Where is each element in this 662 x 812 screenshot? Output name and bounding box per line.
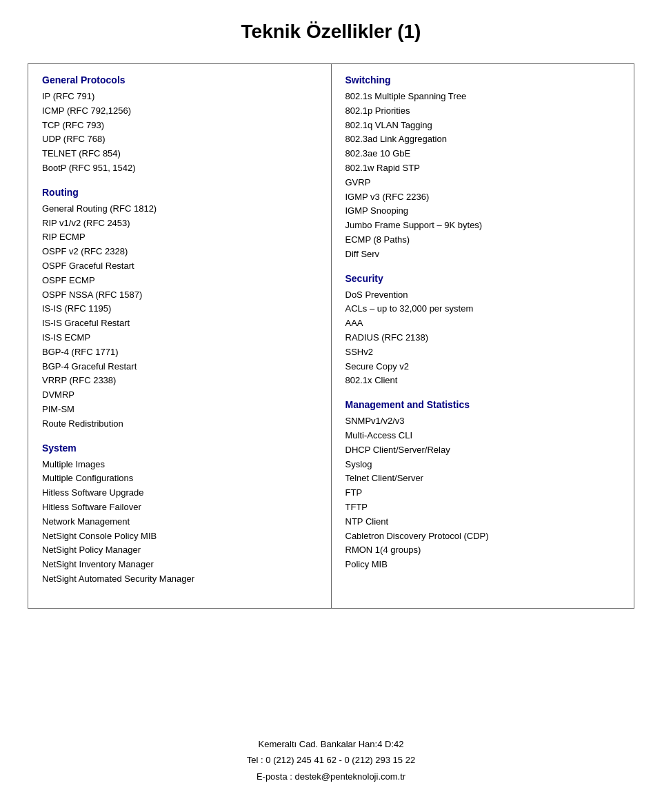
list-item: Multi-Access CLI [345, 429, 621, 443]
switching-section: Switching 802.1s Multiple Spanning Tree … [345, 74, 621, 262]
list-item: RIP ECMP [42, 230, 317, 245]
list-item: VRRP (RFC 2338) [42, 374, 317, 388]
list-item: ECMP (8 Paths) [345, 233, 621, 247]
list-item: DVMRP [42, 388, 317, 403]
footer-line2: Tel : 0 (212) 245 41 62 - 0 (212) 293 15… [247, 752, 415, 768]
list-item: AAA [345, 316, 621, 331]
system-heading: System [42, 443, 317, 454]
list-item: 802.1s Multiple Spanning Tree [345, 90, 621, 104]
list-item: OSPF v2 (RFC 2328) [42, 245, 317, 259]
security-items: DoS Prevention ACLs – up to 32,000 per s… [345, 288, 621, 389]
general-protocols-items: IP (RFC 791) ICMP (RFC 792,1256) TCP (RF… [42, 90, 317, 176]
list-item: ACLs – up to 32,000 per system [345, 302, 621, 316]
list-item: Route Redistribution [42, 417, 317, 432]
list-item: IS-IS Graceful Restart [42, 316, 317, 331]
list-item: DHCP Client/Server/Relay [345, 443, 621, 458]
switching-items: 802.1s Multiple Spanning Tree 802.1p Pri… [345, 90, 621, 262]
list-item: Hitless Software Failover [42, 500, 317, 515]
list-item: OSPF NSSA (RFC 1587) [42, 288, 317, 303]
list-item: BGP-4 Graceful Restart [42, 360, 317, 374]
list-item: Policy MIB [345, 558, 621, 572]
list-item: ICMP (RFC 792,1256) [42, 104, 317, 119]
list-item: 802.1q VLAN Tagging [345, 119, 621, 133]
list-item: IP (RFC 791) [42, 90, 317, 104]
routing-section: Routing General Routing (RFC 1812) RIP v… [42, 187, 317, 432]
list-item: Telnet Client/Server [345, 471, 621, 486]
list-item: TCP (RFC 793) [42, 119, 317, 133]
footer-line1: Kemeraltı Cad. Bankalar Han:4 D:42 [247, 736, 415, 752]
list-item: IGMP Snooping [345, 204, 621, 219]
main-content-table: General Protocols IP (RFC 791) ICMP (RFC… [28, 63, 634, 609]
list-item: UDP (RFC 768) [42, 132, 317, 147]
management-heading: Management and Statistics [345, 399, 621, 410]
list-item: NetSight Policy Manager [42, 543, 317, 558]
list-item: DoS Prevention [345, 288, 621, 303]
list-item: 802.1p Priorities [345, 104, 621, 119]
list-item: NetSight Inventory Manager [42, 558, 317, 572]
security-heading: Security [345, 273, 621, 284]
list-item: Secure Copy v2 [345, 360, 621, 374]
list-item: TFTP [345, 500, 621, 515]
footer-line3: E-posta : destek@penteknoloji.com.tr [247, 769, 415, 784]
list-item: PIM-SM [42, 403, 317, 417]
system-section: System Multiple Images Multiple Configur… [42, 443, 317, 587]
list-item: TELNET (RFC 854) [42, 147, 317, 161]
general-protocols-section: General Protocols IP (RFC 791) ICMP (RFC… [42, 74, 317, 176]
list-item: IGMP v3 (RFC 2236) [345, 190, 621, 205]
list-item: Multiple Configurations [42, 471, 317, 486]
routing-heading: Routing [42, 187, 317, 198]
system-items: Multiple Images Multiple Configurations … [42, 458, 317, 587]
list-item: 802.3ae 10 GbE [345, 147, 621, 161]
left-column: General Protocols IP (RFC 791) ICMP (RFC… [28, 64, 332, 609]
page-title: Teknik Özellikler (1) [241, 21, 421, 43]
security-section: Security DoS Prevention ACLs – up to 32,… [345, 273, 621, 389]
list-item: GVRP [345, 176, 621, 190]
list-item: 802.1w Rapid STP [345, 161, 621, 176]
switching-heading: Switching [345, 74, 621, 85]
management-section: Management and Statistics SNMPv1/v2/v3 M… [345, 399, 621, 572]
list-item: RMON 1(4 groups) [345, 543, 621, 558]
routing-items: General Routing (RFC 1812) RIP v1/v2 (RF… [42, 202, 317, 432]
list-item: Syslog [345, 458, 621, 472]
list-item: IS-IS (RFC 1195) [42, 302, 317, 316]
list-item: Multiple Images [42, 458, 317, 472]
list-item: Diff Serv [345, 247, 621, 262]
list-item: BootP (RFC 951, 1542) [42, 161, 317, 176]
list-item: RADIUS (RFC 2138) [345, 331, 621, 345]
list-item: SNMPv1/v2/v3 [345, 414, 621, 429]
list-item: SSHv2 [345, 345, 621, 360]
list-item: OSPF ECMP [42, 274, 317, 288]
list-item: 802.1x Client [345, 374, 621, 388]
management-items: SNMPv1/v2/v3 Multi-Access CLI DHCP Clien… [345, 414, 621, 572]
list-item: Cabletron Discovery Protocol (CDP) [345, 529, 621, 544]
list-item: Jumbo Frame Support – 9K bytes) [345, 219, 621, 233]
list-item: OSPF Graceful Restart [42, 259, 317, 274]
list-item: BGP-4 (RFC 1771) [42, 345, 317, 360]
list-item: IS-IS ECMP [42, 331, 317, 345]
list-item: RIP v1/v2 (RFC 2453) [42, 216, 317, 231]
list-item: 802.3ad Link Aggregation [345, 132, 621, 147]
list-item: Hitless Software Upgrade [42, 486, 317, 500]
list-item: Network Management [42, 515, 317, 529]
list-item: FTP [345, 486, 621, 500]
general-protocols-heading: General Protocols [42, 74, 317, 85]
list-item: NetSight Console Policy MIB [42, 529, 317, 544]
list-item: NTP Client [345, 515, 621, 529]
footer: Kemeraltı Cad. Bankalar Han:4 D:42 Tel :… [247, 709, 415, 798]
right-column: Switching 802.1s Multiple Spanning Tree … [331, 64, 634, 609]
list-item: NetSight Automated Security Manager [42, 572, 317, 587]
list-item: General Routing (RFC 1812) [42, 202, 317, 216]
